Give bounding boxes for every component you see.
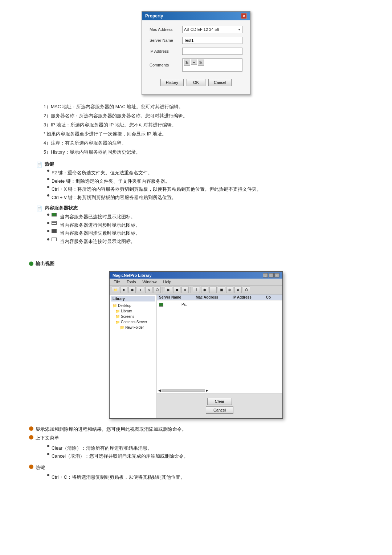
col-server-name: Server Name — [159, 295, 181, 299]
toolbar-btn-11[interactable]: ▣ — [218, 287, 225, 293]
app-bottom-bar: Clear Cancel — [157, 393, 282, 418]
server-status-title: 内容服务器状态 — [45, 205, 78, 211]
status-icon-syncing — [52, 221, 57, 225]
list-item: Cancel（取消）：您可选择并取消尚未完成的库添加或删除命令。 — [47, 452, 363, 461]
mac-address-select[interactable]: AB CD EF 12 34 56 ▼ — [182, 26, 242, 33]
orange-circle-icon-1 — [29, 426, 33, 431]
scroll-right-btn[interactable]: ▶ — [206, 389, 208, 392]
footer-hotkey-item-1: Ctrl + C：将所选消息复制到剪贴板，以便将其粘贴到其他位置。 — [52, 473, 185, 482]
form-row-servername: Server Name — [150, 37, 242, 44]
cancel-button[interactable]: Cancel — [208, 79, 232, 86]
toolbar-btn-3[interactable]: ◉ — [128, 287, 136, 293]
toolbar-btn-t[interactable]: T — [137, 287, 144, 293]
toolbar-btn-6[interactable]: ◼ — [173, 287, 180, 293]
sidebar-item-contents-server[interactable]: 📁 Contents Server — [111, 319, 155, 325]
dialog-close-button[interactable]: × — [241, 13, 247, 19]
info-section-1: 1）MAC 地址：所选内容服务器的 MAC 地址。您可对其进行编辑。 2）服务器… — [44, 102, 363, 157]
status-text-4: 当内容服务器未连接时显示此图标。 — [59, 238, 135, 246]
content-body: Ps. — [157, 300, 282, 388]
hotkey-item-2: Delete 键：删除选定的文件夹、子文件夹和内容服务器。 — [52, 177, 170, 186]
horizontal-scrollbar[interactable]: ◀ ▶ — [157, 388, 282, 393]
history-button[interactable]: History — [160, 79, 184, 86]
info-line-5: 4）注释：有关所选内容服务器的注释。 — [44, 139, 363, 148]
menu-help[interactable]: Help — [162, 279, 173, 284]
toolbar-btn-8[interactable]: Ⅱ — [193, 287, 200, 293]
app-minimize-button[interactable]: _ — [263, 273, 268, 278]
menu-tools[interactable]: Tools — [126, 279, 137, 284]
bullet-icon — [47, 222, 49, 224]
server-name-input[interactable] — [182, 37, 242, 44]
toolbar-btn-7[interactable]: ⊕ — [181, 287, 189, 293]
list-item: 当内容服务器已连接时显示此图标。 — [47, 213, 363, 221]
app-titlebar-buttons: _ □ × — [263, 273, 279, 278]
sidebar-item-new-folder[interactable]: 📁 New Folder — [111, 325, 155, 330]
form-row-mac: Mac Address AB CD EF 12 34 56 ▼ — [150, 26, 242, 33]
info-line-6: 5）History：显示内容服务器的同步历史记录。 — [44, 148, 363, 157]
menu-file[interactable]: File — [113, 279, 121, 284]
toolbar-btn-2[interactable]: ■ — [120, 287, 127, 293]
toolbar-btn-9[interactable]: ◉ — [201, 287, 208, 293]
ok-button[interactable]: OK — [187, 79, 205, 86]
list-item: F2 键：重命名所选文件夹。但无法重命名文件。 — [47, 169, 363, 177]
form-row-comments: Comments 标 ▲ 标 — [150, 58, 242, 72]
bullet-icon — [47, 474, 49, 476]
footer-bullet-1: 显示添加和删除库的进程和结果。您可使用此视图取消添加或删除命令。 — [29, 425, 363, 434]
toolbar-sep-1 — [163, 287, 163, 293]
clear-button[interactable]: Clear — [207, 398, 232, 405]
tag-2: ▲ — [191, 60, 197, 65]
cancel-app-button[interactable]: Cancel — [206, 406, 233, 414]
folder-icon: 📁 — [115, 315, 120, 319]
scroll-track[interactable] — [162, 389, 205, 392]
toolbar-btn-12[interactable]: ◎ — [226, 287, 233, 293]
label-comments: Comments — [150, 63, 182, 67]
sidebar-label-desktop: Desktop — [118, 304, 131, 308]
comments-field[interactable]: 标 ▲ 标 — [182, 58, 242, 72]
app-maximize-button[interactable]: □ — [269, 273, 274, 278]
folder-icon: 📁 — [115, 309, 120, 313]
toolbar-btn-14[interactable]: ⬡ — [243, 287, 250, 293]
server-status-list: 当内容服务器已连接时显示此图标。 当内容服务器进行同步时显示此图标。 当内容服务… — [47, 213, 363, 246]
output-header-title: 输出视图 — [36, 260, 54, 267]
toolbar-btn-a[interactable]: A — [145, 287, 152, 293]
bullet-icon — [47, 178, 49, 180]
status-text-3: 当内容服务器同步失败时显示此图标。 — [59, 229, 140, 238]
info-line-1: 1）MAC 地址：所选内容服务器的 MAC 地址。您可对其进行编辑。 — [44, 102, 363, 112]
label-mac: Mac Address — [150, 27, 182, 32]
dialog-buttons: History OK Cancel — [150, 75, 242, 89]
list-item: 当内容服务器同步失败时显示此图标。 — [47, 229, 363, 238]
app-main: Library 📁 Desktop 📁 Library 📁 Screens 📁 … — [110, 295, 282, 418]
app-titlebar: MagicNetPro Library _ □ × — [110, 272, 282, 279]
hotkey-item-4: Ctrl + V 键：将剪切到剪贴板的内容服务器粘贴到所选位置。 — [52, 194, 177, 202]
bullet-icon — [47, 186, 49, 188]
dialog-body: Mac Address AB CD EF 12 34 56 ▼ Server N… — [142, 20, 250, 94]
sidebar-label-screens: Screens — [121, 315, 134, 319]
form-row-ip: IP Address — [150, 48, 242, 55]
hotkey-header-1: 📄 热键 — [36, 161, 363, 167]
status-text-2: 当内容服务器进行同步时显示此图标。 — [59, 221, 140, 230]
info-line-4: * 如果内容服务器至少进行了一次连接，则会显示 IP 地址。 — [44, 130, 363, 139]
ip-address-input[interactable] — [182, 48, 242, 55]
footer-submenu-list: Clear（清除）：清除所有的库进程和结果消息。 Cancel（取消）：您可选择… — [47, 444, 363, 461]
label-ip: IP Address — [150, 49, 182, 53]
toolbar-btn-5[interactable]: ▶ — [165, 287, 172, 293]
footer-bullet-2: 上下文菜单 — [29, 434, 363, 443]
list-item: 当内容服务器进行同步时显示此图标。 — [47, 221, 363, 230]
toolbar-btn-bell[interactable]: ⬡ — [154, 287, 161, 293]
scroll-left-btn[interactable]: ◀ — [158, 389, 161, 392]
output-view-header: 输出视图 — [29, 260, 363, 267]
toolbar-btn-1[interactable]: 📁 — [112, 287, 119, 293]
app-content-area: Server Name Mac Address IP Address Co Ps… — [157, 295, 282, 418]
sidebar-item-desktop[interactable]: 📁 Desktop — [111, 303, 155, 308]
hotkey-title-1: 热键 — [45, 161, 54, 167]
col-co: Co — [266, 295, 271, 299]
toolbar-btn-13[interactable]: ⊗ — [234, 287, 242, 293]
menu-window[interactable]: Window — [141, 279, 158, 284]
sidebar-item-screens[interactable]: 📁 Screens — [111, 314, 155, 319]
app-close-button[interactable]: × — [274, 273, 279, 278]
toolbar-btn-10[interactable]: — — [209, 287, 217, 293]
status-icon-connected — [52, 213, 57, 216]
footer-submenu-item-2: Cancel（取消）：您可选择并取消尚未完成的库添加或删除命令。 — [52, 452, 188, 461]
sidebar-item-library[interactable]: 📁 Library — [111, 308, 155, 314]
server-name-cell: Ps. — [181, 303, 187, 307]
hotkey-list-1: F2 键：重命名所选文件夹。但无法重命名文件。 Delete 键：删除选定的文件… — [47, 169, 363, 202]
